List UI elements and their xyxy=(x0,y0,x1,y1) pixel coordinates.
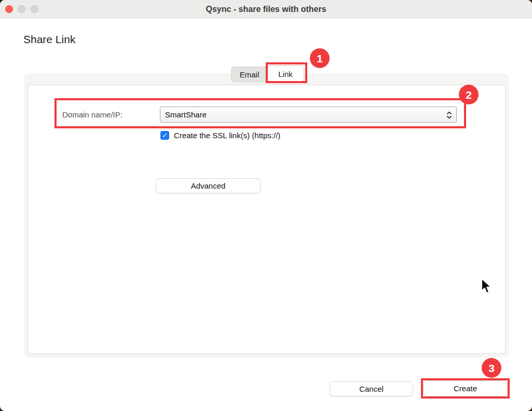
annotation-step-1-badge: 1 xyxy=(310,48,330,68)
ssl-checkbox-label[interactable]: Create the SSL link(s) (https://) xyxy=(174,131,280,140)
page-title: Share Link xyxy=(23,33,75,46)
titlebar: Qsync - share files with others xyxy=(0,0,532,18)
tab-link[interactable]: Link xyxy=(267,65,304,82)
domain-select[interactable]: SmartShare xyxy=(160,107,457,123)
window-title: Qsync - share files with others xyxy=(0,0,532,18)
annotation-step-3-badge: 3 xyxy=(482,358,501,378)
select-updown-chevron-icon xyxy=(446,111,452,122)
tab-email[interactable]: Email xyxy=(231,67,267,82)
ssl-checkbox[interactable]: ✓ xyxy=(160,131,169,140)
domain-name-label: Domain name/IP: xyxy=(62,110,122,119)
checkmark-icon: ✓ xyxy=(162,131,168,139)
advanced-button[interactable]: Advanced xyxy=(156,178,261,193)
create-button[interactable]: Create xyxy=(424,380,507,396)
link-tab-content xyxy=(28,85,506,354)
cancel-button[interactable]: Cancel xyxy=(330,381,413,396)
qsync-share-window: Qsync - share files with others Share Li… xyxy=(0,0,532,411)
domain-select-value: SmartShare xyxy=(165,107,207,122)
